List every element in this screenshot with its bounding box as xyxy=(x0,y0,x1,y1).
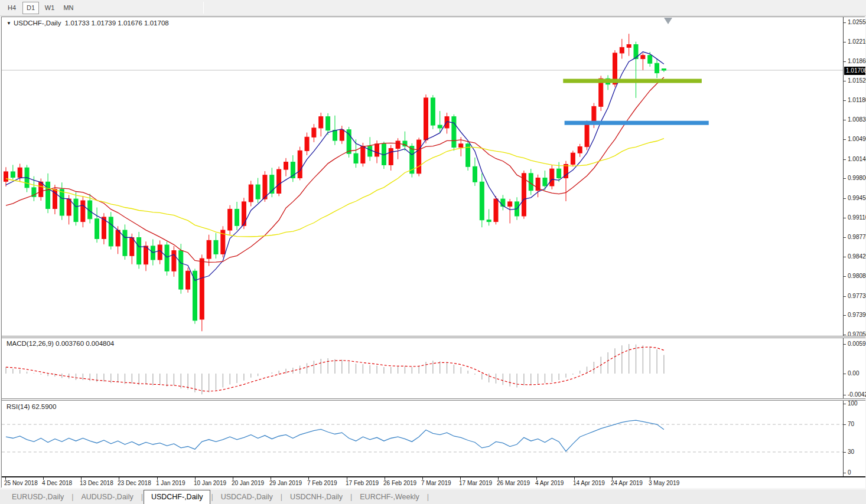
timeframe-button-w1[interactable]: W1 xyxy=(41,2,58,14)
axis-tick xyxy=(844,178,846,179)
candle-body xyxy=(480,182,484,220)
candle-body xyxy=(431,98,435,125)
axis-tick xyxy=(844,344,846,345)
macd-axis-label: 0.00597 xyxy=(848,341,866,347)
symbol-tab-eurusd[interactable]: EURUSD-,Daily xyxy=(5,490,71,503)
price-axis[interactable]: 1.01708 1.025501.022101.018601.015201.01… xyxy=(843,17,865,476)
candle-body xyxy=(473,166,477,182)
symbol-tab-bar: EURUSD-,Daily|AUDUSD-,Daily|USDCHF-,Dail… xyxy=(0,489,866,504)
candle-body xyxy=(11,172,15,178)
date-axis-label: 4 Apr 2019 xyxy=(535,480,564,486)
candle-body xyxy=(424,98,428,140)
axis-tick xyxy=(844,159,846,160)
symbol-tab-usdchf[interactable]: USDCHF-,Daily xyxy=(144,490,211,504)
candle-body xyxy=(256,185,260,199)
candle-body xyxy=(172,251,176,271)
rsi-axis-label: 30 xyxy=(848,449,854,455)
price-axis-label: 1.01180 xyxy=(848,97,866,103)
price-axis-label: 1.01860 xyxy=(848,58,866,64)
rsi-axis-label: 100 xyxy=(848,400,858,407)
date-axis-label: 20 Jan 2019 xyxy=(232,480,264,486)
axis-tick xyxy=(844,276,846,277)
candle-body xyxy=(578,147,582,153)
price-axis-label: 0.98080 xyxy=(848,273,866,279)
candle-body xyxy=(368,146,372,156)
symbol-tab-audusd[interactable]: AUDUSD-,Daily xyxy=(74,490,140,503)
candle-body xyxy=(165,245,169,271)
candle-body xyxy=(375,144,379,156)
symbol-tab-usdcnh[interactable]: USDCNH-,Daily xyxy=(283,490,350,503)
rsi-title: RSI(14) 62.5900 xyxy=(6,403,56,410)
date-axis-label: 26 Mar 2019 xyxy=(497,480,530,486)
candle-body xyxy=(585,123,589,146)
candle-body xyxy=(193,271,197,320)
price-axis-label: 1.02210 xyxy=(848,38,866,45)
axis-tick xyxy=(844,473,846,473)
candle-body xyxy=(627,45,631,48)
tab-separator: | xyxy=(71,493,73,501)
tab-separator: | xyxy=(427,493,429,501)
date-axis[interactable]: 25 Nov 20184 Dec 201813 Dec 201823 Dec 2… xyxy=(2,476,865,488)
rsi-value: 62.5900 xyxy=(32,403,57,410)
axis-tick xyxy=(844,198,846,199)
date-axis-label: 3 May 2019 xyxy=(649,480,679,486)
candle-body xyxy=(326,117,330,130)
candle-body xyxy=(60,189,64,215)
symbol-tab-usdcad[interactable]: USDCAD-,Daily xyxy=(214,490,280,503)
axis-tick xyxy=(844,100,846,101)
axis-tick xyxy=(844,374,846,374)
dropdown-triangle-icon[interactable]: ▼ xyxy=(6,21,11,26)
tab-separator: | xyxy=(281,493,282,501)
candle-body xyxy=(340,130,344,140)
candle-body xyxy=(445,117,449,128)
symbol-tab-eurchf[interactable]: EURCHF-,Weekly xyxy=(353,490,426,503)
candle-body xyxy=(277,169,281,193)
chart-title: ▼USDCHF-,Daily 1.01733 1.01739 1.01676 1… xyxy=(6,19,169,27)
axis-tick xyxy=(844,42,846,42)
axis-tick xyxy=(844,257,846,257)
axis-tick xyxy=(844,315,846,316)
date-axis-label: 29 Jan 2019 xyxy=(269,480,302,486)
date-axis-label: 24 Apr 2019 xyxy=(611,480,643,486)
panel-splitter-macd[interactable] xyxy=(2,336,865,338)
chart-plot-surface[interactable] xyxy=(2,17,843,476)
panel-splitter-rsi[interactable] xyxy=(2,398,865,401)
hline-resistance-olive xyxy=(563,79,702,83)
candle-body xyxy=(179,251,183,289)
candle-body xyxy=(487,220,491,222)
tab-separator: | xyxy=(141,493,143,501)
date-axis-label: 13 Dec 2018 xyxy=(80,480,113,486)
chart-window: ▼USDCHF-,Daily 1.01733 1.01739 1.01676 1… xyxy=(1,17,865,487)
price-axis-label: 0.99450 xyxy=(848,195,866,201)
macd-axis-label: -0.004243 xyxy=(848,391,866,398)
tab-separator: | xyxy=(211,493,213,501)
timeframe-button-d1[interactable]: D1 xyxy=(22,2,39,14)
price-axis-label: 1.01520 xyxy=(848,77,866,84)
timeframe-button-h4[interactable]: H4 xyxy=(4,2,20,14)
candle-body xyxy=(207,240,211,258)
candle-body xyxy=(620,47,624,53)
rsi-pane-layer xyxy=(2,420,843,452)
candle-body xyxy=(333,130,337,140)
candle-body xyxy=(529,174,533,191)
rsi-label: RSI(14) xyxy=(6,403,30,410)
toolbar-separator xyxy=(203,2,204,14)
date-axis-label: 14 Apr 2019 xyxy=(573,480,605,486)
candle-body xyxy=(186,271,190,289)
price-axis-label: 0.99110 xyxy=(848,214,866,221)
candle-body xyxy=(438,125,442,128)
macd-values: 0.003760 0.004804 xyxy=(56,340,114,347)
candle-body xyxy=(298,150,302,178)
timeframe-button-mn[interactable]: MN xyxy=(60,2,77,14)
candle-body xyxy=(200,258,204,319)
macd-pane-layer xyxy=(6,344,664,394)
date-axis-label: 1 Jan 2019 xyxy=(156,480,185,486)
candle-body xyxy=(417,140,421,174)
price-axis-label: 0.97730 xyxy=(848,293,866,299)
candle-body xyxy=(452,117,456,148)
candle-body xyxy=(655,63,659,73)
candle-body xyxy=(235,209,239,225)
date-axis-label: 17 Feb 2019 xyxy=(346,480,379,486)
candle-body xyxy=(508,202,512,207)
candle-body xyxy=(67,199,71,215)
